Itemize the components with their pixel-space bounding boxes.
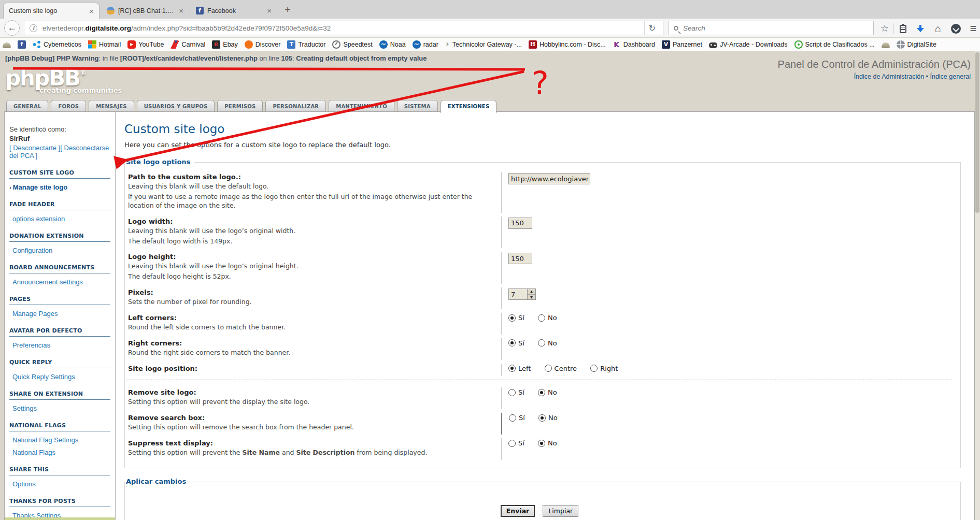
search-bar[interactable] (669, 21, 874, 35)
sidebar-item-announcement-settings[interactable]: Announcement settings (9, 278, 110, 286)
radio-option-no[interactable]: No (538, 339, 557, 347)
sidebar-item-national-flag-settings[interactable]: National Flag Settings (9, 436, 110, 444)
bookmark-item[interactable]: Hotmail (88, 40, 121, 49)
radio-icon[interactable] (509, 414, 516, 422)
bookmark-item[interactable]: JV-Arcade - Downloads (709, 41, 788, 48)
bookmark-item[interactable]: Dashboard (613, 40, 655, 49)
bookmark-item[interactable]: radar (413, 40, 438, 49)
bookmark-item[interactable]: Speedtest (332, 40, 372, 49)
step-up-icon[interactable]: ▲ (528, 289, 535, 295)
close-icon[interactable]: × (89, 7, 94, 15)
info-icon[interactable]: i (30, 24, 37, 32)
search-input[interactable] (683, 24, 869, 32)
tab-personalizar[interactable]: PERSONALIZAR (265, 100, 326, 112)
bookmark-item[interactable]: Carnival (171, 40, 205, 49)
sidebar-item-national-flags[interactable]: National Flags (9, 449, 110, 456)
bookmark-item[interactable]: Ebay (212, 40, 238, 49)
radio-icon[interactable] (508, 365, 516, 372)
radio-icon[interactable] (538, 389, 545, 396)
bookmark-item[interactable] (882, 41, 890, 48)
tab-facebook[interactable]: f Facebook × (191, 3, 277, 19)
bookmark-item[interactable]: f (18, 40, 26, 49)
bookmark-item[interactable] (3, 41, 11, 48)
radio-icon[interactable] (590, 365, 598, 372)
tab-extensiones[interactable]: EXTENSIONES (441, 100, 497, 113)
tab-custom-site-logo[interactable]: Custom site logo × (3, 3, 100, 19)
step-down-icon[interactable]: ▼ (528, 295, 535, 300)
bookmark-item[interactable]: Script de Clasificados ... (794, 40, 875, 49)
radio-option-no[interactable]: No (538, 388, 557, 396)
bookmark-star-icon[interactable]: ☆ (876, 23, 893, 34)
bookmark-item[interactable]: Cyberneticos (33, 40, 81, 49)
sidebar-item-manage-pages[interactable]: Manage Pages (9, 310, 110, 317)
radio-option-right[interactable]: Right (590, 365, 618, 372)
reset-button[interactable]: Limpiar (543, 505, 578, 517)
logout-link[interactable]: [ Desconectarte ] (9, 144, 60, 152)
radio-icon[interactable] (538, 339, 545, 346)
radio-icon[interactable] (508, 314, 516, 322)
tab-cbb-chat[interactable]: [RC] cBB Chat 1.1.2 - Pági... × (102, 3, 189, 19)
radio-icon[interactable] (538, 414, 546, 422)
tab-foros[interactable]: FOROS (51, 100, 86, 112)
back-button[interactable]: ← (4, 20, 20, 36)
sidebar-item-options[interactable]: Options (9, 480, 110, 488)
radio-option-no[interactable]: No (538, 439, 557, 447)
reload-button[interactable]: ↻ (644, 21, 660, 35)
bookmark-item[interactable]: Panzernet (662, 40, 702, 49)
home-icon[interactable]: ⌂ (929, 23, 947, 35)
radio-option-left[interactable]: Left (508, 365, 531, 372)
radio-option-centre[interactable]: Centre (545, 365, 577, 372)
logo-height-input[interactable] (508, 253, 532, 264)
radio-option-si[interactable]: Sí (508, 388, 524, 396)
close-icon[interactable]: × (179, 7, 183, 15)
radio-option-si[interactable]: Sí (509, 414, 525, 422)
sidebar-item-quick-reply-settings[interactable]: Quick Reply Settings (9, 373, 110, 381)
tab-general[interactable]: GENERAL (6, 100, 48, 112)
sidebar-item-configuration[interactable]: Configuration (9, 247, 110, 254)
tab-sistema[interactable]: SISTEMA (397, 100, 438, 112)
sidebar-item-settings[interactable]: Settings (9, 405, 110, 412)
close-icon[interactable]: × (267, 7, 272, 15)
bookmark-item[interactable]: Technicolor Gateway -... (445, 40, 522, 49)
bookmark-item[interactable]: Hobbylinc.com - Disc... (529, 40, 606, 49)
url-text[interactable]: elvertederopr.digitalsite.org/adm/index.… (42, 24, 644, 32)
sidebar-item-preferencias[interactable]: Preferencias (9, 341, 110, 349)
radio-icon[interactable] (508, 339, 516, 346)
tab-mensajes[interactable]: MENSAJES (89, 100, 134, 112)
radio-option-si[interactable]: Sí (508, 314, 524, 322)
pixels-input[interactable] (508, 288, 527, 300)
radio-icon[interactable] (538, 314, 545, 322)
tab-usuarios-y-grupos[interactable]: USUARIOS Y GRUPOS (137, 100, 215, 112)
tab-permisos[interactable]: PERMISOS (217, 100, 263, 112)
new-tab-button[interactable]: + (281, 4, 294, 16)
radio-icon[interactable] (508, 389, 516, 396)
sidebar-item-options-extension[interactable]: options extension (9, 215, 110, 223)
radio-option-si[interactable]: Sí (508, 439, 524, 447)
submit-button[interactable]: Enviar (501, 505, 535, 517)
radio-option-no[interactable]: No (538, 314, 557, 322)
hamburger-menu-icon[interactable]: ≡ (964, 22, 980, 35)
pocket-icon[interactable] (947, 23, 964, 34)
sidebar-item-manage-site-logo[interactable]: ›Manage site logo (9, 183, 110, 191)
downloads-icon[interactable] (912, 23, 929, 34)
bookmark-item[interactable]: Discover (245, 40, 281, 49)
tab-mantenimiento[interactable]: MANTENIMIENTO (329, 100, 394, 112)
url-bar[interactable]: i elvertederopr.digitalsite.org/adm/inde… (24, 21, 663, 35)
scrollbar-thumb[interactable] (975, 52, 979, 213)
scrollbar[interactable] (975, 51, 980, 520)
bookmark-item[interactable]: Noaa (379, 40, 406, 49)
radio-icon[interactable] (538, 440, 545, 447)
bookmark-item[interactable]: Traductor (287, 40, 325, 49)
radio-option-si[interactable]: Sí (508, 339, 524, 347)
logo-width-input[interactable] (508, 218, 532, 229)
bookmark-item[interactable]: DigitalSite (897, 40, 936, 49)
radio-option-no[interactable]: No (538, 414, 558, 422)
admin-index-link[interactable]: Índice de Administración (854, 73, 925, 80)
radio-icon[interactable] (508, 440, 516, 447)
radio-icon[interactable] (545, 365, 552, 372)
reading-list-icon[interactable] (894, 23, 912, 34)
bookmark-item[interactable]: YouTube (127, 40, 164, 49)
board-index-link[interactable]: Índice general (930, 73, 971, 80)
number-stepper[interactable]: ▲▼ (527, 288, 536, 300)
logo-path-input[interactable] (508, 173, 590, 184)
